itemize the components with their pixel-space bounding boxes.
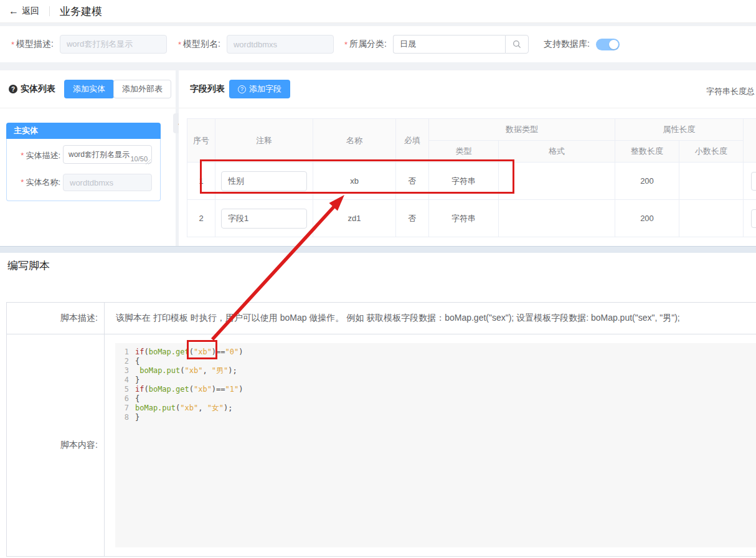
db-toggle-label: 支持数据库: <box>544 39 590 50</box>
divider <box>179 108 756 108</box>
field-table: 序号 注释 名称 必填 数据类型 属性长度 类型 格式 整数长度 小数长度 1x… <box>187 118 756 237</box>
line-number: 1 <box>115 348 129 357</box>
col-header-format: 格式 <box>499 141 615 163</box>
col-header-required: 必填 <box>396 119 429 163</box>
field-list-title: 字段列表 <box>190 83 225 95</box>
char-counter: 10/50 <box>130 155 148 163</box>
add-field-button[interactable]: ? 添加字段 <box>229 80 290 98</box>
entity-name-input[interactable] <box>63 174 152 191</box>
comment-input[interactable] <box>221 209 307 229</box>
back-arrow-icon: ← <box>9 6 19 16</box>
question-circle-icon: ? <box>238 85 246 93</box>
resize-handle-icon[interactable] <box>146 159 151 164</box>
col-header-length-group: 属性长度 <box>615 119 744 141</box>
topbar: ← 返回 业务建模 <box>0 0 756 23</box>
line-number: 2 <box>115 357 129 366</box>
line-number: 4 <box>115 376 129 385</box>
add-external-table-button[interactable]: 添加外部表 <box>113 80 171 98</box>
row-action-button[interactable] <box>751 209 756 228</box>
line-number: 3 <box>115 366 129 376</box>
model-desc-input[interactable] <box>60 35 167 54</box>
required-asterisk: * <box>21 151 24 160</box>
comment-input[interactable] <box>221 171 307 191</box>
help-icon: ? <box>9 85 17 93</box>
toggle-knob <box>609 40 618 49</box>
main-entity-card-header: 主实体 <box>6 123 161 139</box>
code-editor[interactable]: 1if(boMap.get("xb")=="0")2{3 boMap.put("… <box>115 343 756 547</box>
table-row: 2zd1否字符串200 <box>187 200 756 237</box>
entity-desc-label: *实体描述: <box>7 150 60 161</box>
page: ← 返回 业务建模 * 模型描述: * 模型别名: * 所属分类: <box>0 0 756 558</box>
code-line: 5if(boMap.get("xb")=="1") <box>115 385 756 394</box>
model-alias-label: 模型别名: <box>183 39 220 50</box>
col-header-actions <box>744 119 756 163</box>
db-support-toggle[interactable] <box>596 39 620 50</box>
actions-cell <box>744 200 756 237</box>
dec-length-cell <box>679 163 744 200</box>
format-cell <box>499 200 615 237</box>
back-button[interactable]: ← 返回 <box>9 6 39 17</box>
actions-cell <box>744 163 756 200</box>
category-search-button[interactable] <box>505 35 529 54</box>
col-header-dec-length: 小数长度 <box>679 141 744 163</box>
search-icon <box>513 40 521 49</box>
model-desc-field-group: * 模型描述: <box>11 34 167 54</box>
col-header-datatype-group: 数据类型 <box>429 119 615 141</box>
entity-list-title: ? 实体列表 <box>9 83 55 95</box>
script-desc-label: 脚本描述: <box>7 303 105 334</box>
code-line: 1if(boMap.get("xb")=="0") <box>115 348 756 357</box>
entity-list-panel: ? 实体列表 添加实体 添加外部表 主实体 *实体描述: 10/50 *实体名称… <box>0 70 176 246</box>
entity-name-label: *实体名称: <box>7 177 60 188</box>
col-header-index: 序号 <box>187 119 215 163</box>
add-field-button-label: 添加字段 <box>249 83 281 95</box>
int-length-cell: 200 <box>615 200 679 237</box>
required-asterisk: * <box>21 177 24 187</box>
main-entity-card: 主实体 *实体描述: 10/50 *实体名称: <box>6 123 161 201</box>
type-cell: 字符串 <box>429 163 499 200</box>
entity-name-row: *实体名称: <box>7 174 160 191</box>
script-content-cell: 1if(boMap.get("xb")=="0")2{3 boMap.put("… <box>105 334 756 557</box>
col-header-type: 类型 <box>429 141 499 163</box>
code-line: 2{ <box>115 357 756 366</box>
model-alias-input[interactable] <box>227 35 334 54</box>
script-table: 脚本描述: 该脚本在 打印模板 时执行，用户可以使用 boMap 做操作。 例如… <box>6 302 756 557</box>
required-asterisk: * <box>344 40 347 49</box>
category-field-group: * 所属分类: <box>344 34 529 54</box>
add-entity-button[interactable]: 添加实体 <box>64 80 114 98</box>
code-line: 6{ <box>115 394 756 404</box>
code-line: 4} <box>115 376 756 385</box>
script-content-label: 脚本内容: <box>7 334 105 557</box>
line-number: 6 <box>115 394 129 404</box>
db-toggle-group: 支持数据库: <box>544 34 620 54</box>
required-asterisk: * <box>11 40 14 49</box>
field-list-panel: 字段列表 ? 添加字段 字符串长度总 序号 注释 名称 必填 数据类型 属性长度 <box>179 70 756 246</box>
col-header-name: 名称 <box>313 119 396 163</box>
line-number: 7 <box>115 404 129 413</box>
model-form: * 模型描述: * 模型别名: * 所属分类: 支持数据库: <box>0 26 756 62</box>
required-asterisk: * <box>178 40 181 49</box>
back-label: 返回 <box>22 6 39 17</box>
page-title: 业务建模 <box>60 4 102 19</box>
background-gap <box>0 62 756 70</box>
entity-desc-row: *实体描述: 10/50 <box>7 145 160 166</box>
line-number: 8 <box>115 413 129 422</box>
table-row: 1xb否字符串200 <box>187 163 756 200</box>
category-label: 所属分类: <box>349 39 387 50</box>
name-cell: zd1 <box>313 200 396 237</box>
code-line: 3 boMap.put("xb", "男"); <box>115 366 756 376</box>
model-desc-label: 模型描述: <box>16 39 54 50</box>
section-divider <box>0 246 756 253</box>
type-cell: 字符串 <box>429 200 499 237</box>
comment-cell <box>215 163 313 200</box>
string-length-note: 字符串长度总 <box>706 86 755 97</box>
format-cell <box>499 163 615 200</box>
divider <box>49 6 50 16</box>
category-input[interactable] <box>393 35 505 54</box>
row-action-button[interactable] <box>751 172 756 191</box>
required-cell: 否 <box>396 163 429 200</box>
code-line: 8} <box>115 413 756 422</box>
col-header-int-length: 整数长度 <box>615 141 679 163</box>
index-cell: 1 <box>187 163 215 200</box>
int-length-cell: 200 <box>615 163 679 200</box>
name-cell: xb <box>313 163 396 200</box>
